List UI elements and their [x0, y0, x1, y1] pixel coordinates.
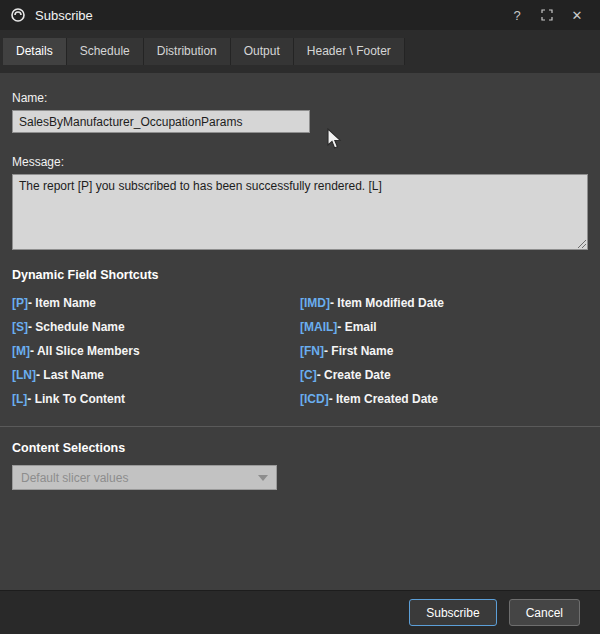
tab-header-footer[interactable]: Header \ Footer — [294, 38, 405, 65]
shortcut-code: [S] — [12, 320, 28, 334]
shortcut-item: [ICD]- Item Created Date — [300, 392, 588, 406]
shortcut-label: - Last Name — [36, 368, 104, 382]
content-selections-heading: Content Selections — [12, 441, 588, 455]
shortcut-item: [L]- Link To Content — [12, 392, 300, 406]
shortcut-item: [IMD]- Item Modified Date — [300, 296, 588, 310]
tab-schedule[interactable]: Schedule — [67, 38, 144, 65]
shortcuts-right-column: [IMD]- Item Modified Date [MAIL]- Email … — [300, 296, 588, 406]
shortcut-code: [C] — [300, 368, 317, 382]
shortcut-item: [S]- Schedule Name — [12, 320, 300, 334]
shortcut-code: [IMD] — [300, 296, 330, 310]
dialog-body: Name: Message: The report [P] you subscr… — [0, 73, 600, 490]
subscribe-dialog: Subscribe ? ✕ Details Schedule Distribut… — [0, 0, 600, 634]
dropdown-placeholder: Default slicer values — [21, 471, 128, 485]
shortcut-label: - Create Date — [317, 368, 391, 382]
shortcut-label: - Link To Content — [27, 392, 125, 406]
shortcut-item: [FN]- First Name — [300, 344, 588, 358]
tab-distribution[interactable]: Distribution — [144, 38, 231, 65]
tab-label: Details — [16, 44, 53, 58]
dialog-footer: Subscribe Cancel — [0, 590, 600, 634]
help-icon[interactable]: ? — [504, 3, 530, 27]
shortcut-code: [M] — [12, 344, 30, 358]
name-input[interactable] — [12, 110, 310, 133]
titlebar: Subscribe ? ✕ — [0, 0, 600, 30]
shortcut-label: - Email — [337, 320, 376, 334]
cancel-button[interactable]: Cancel — [509, 599, 580, 626]
shortcut-label: - Item Modified Date — [330, 296, 444, 310]
tab-details[interactable]: Details — [3, 38, 67, 65]
shortcut-item: [C]- Create Date — [300, 368, 588, 382]
shortcut-code: [FN] — [300, 344, 324, 358]
tab-label: Distribution — [157, 44, 217, 58]
app-icon — [10, 7, 26, 23]
tab-label: Header \ Footer — [307, 44, 391, 58]
tab-output[interactable]: Output — [231, 38, 294, 65]
shortcut-label: - First Name — [324, 344, 393, 358]
shortcuts-left-column: [P]- Item Name [S]- Schedule Name [M]- A… — [12, 296, 300, 406]
shortcut-code: [L] — [12, 392, 27, 406]
shortcuts-heading: Dynamic Field Shortcuts — [12, 268, 588, 282]
chevron-down-icon — [258, 475, 268, 481]
tab-label: Schedule — [80, 44, 130, 58]
tab-label: Output — [244, 44, 280, 58]
shortcut-item: [LN]- Last Name — [12, 368, 300, 382]
shortcut-code: [LN] — [12, 368, 36, 382]
maximize-icon[interactable] — [534, 3, 560, 27]
name-label: Name: — [12, 91, 588, 105]
window-controls: ? ✕ — [504, 3, 590, 27]
shortcut-code: [P] — [12, 296, 28, 310]
message-label: Message: — [12, 155, 588, 169]
shortcut-item: [MAIL]- Email — [300, 320, 588, 334]
close-icon[interactable]: ✕ — [564, 3, 590, 27]
window-title: Subscribe — [35, 8, 93, 23]
shortcut-label: - Schedule Name — [28, 320, 125, 334]
shortcut-label: - Item Name — [28, 296, 96, 310]
shortcut-item: [P]- Item Name — [12, 296, 300, 310]
shortcut-item: [M]- All Slice Members — [12, 344, 300, 358]
shortcut-label: - All Slice Members — [30, 344, 140, 358]
shortcuts-grid: [P]- Item Name [S]- Schedule Name [M]- A… — [12, 296, 588, 406]
tab-strip: Details Schedule Distribution Output Hea… — [0, 30, 600, 73]
shortcut-label: - Item Created Date — [329, 392, 438, 406]
section-divider — [0, 426, 600, 427]
message-textarea[interactable]: The report [P] you subscribed to has bee… — [12, 174, 588, 250]
shortcut-code: [ICD] — [300, 392, 329, 406]
default-slicer-dropdown[interactable]: Default slicer values — [12, 465, 277, 490]
message-field-wrap: The report [P] you subscribed to has bee… — [12, 174, 588, 250]
subscribe-button[interactable]: Subscribe — [409, 599, 496, 626]
shortcut-code: [MAIL] — [300, 320, 337, 334]
